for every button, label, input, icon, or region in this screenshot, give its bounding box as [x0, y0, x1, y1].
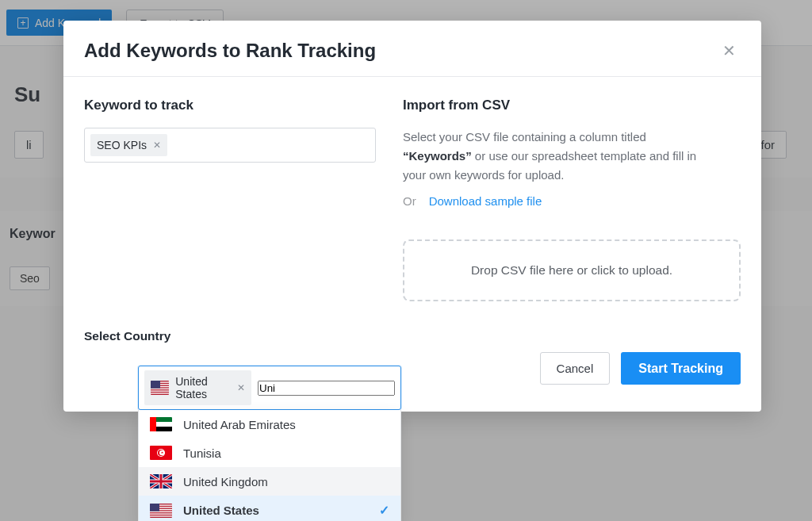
country-option-us[interactable]: United States ✓ [139, 496, 400, 521]
keyword-chip: SEO KPIs ✕ [90, 134, 167, 156]
us-flag-icon [150, 504, 172, 518]
checkmark-icon: ✓ [379, 503, 389, 518]
csv-description: Select your CSV file containing a column… [403, 128, 704, 185]
modal-right-column: Import from CSV Select your CSV file con… [396, 98, 761, 388]
add-keywords-modal: Add Keywords to Rank Tracking ✕ Keyword … [63, 21, 761, 412]
svg-rect-4 [151, 389, 169, 389]
country-option-label: United States [183, 504, 259, 517]
svg-rect-6 [151, 393, 169, 393]
country-option-label: United Arab Emirates [183, 418, 296, 431]
modal-footer: Cancel Start Tracking [403, 352, 741, 385]
svg-rect-27 [150, 513, 172, 514]
country-field-label: Select Country [84, 329, 376, 343]
keyword-field-label: Keyword to track [84, 98, 376, 113]
country-chip-text: United States [175, 375, 231, 400]
country-combobox: United States ✕ United Arab Emirates [138, 366, 401, 521]
remove-country-icon[interactable]: ✕ [237, 382, 245, 393]
csv-text-leading: Select your CSV file containing a column… [403, 130, 646, 144]
or-label: Or [403, 194, 416, 208]
country-dropdown-menu: United Arab Emirates Tunisia [138, 410, 401, 521]
modal-header: Add Keywords to Rank Tracking ✕ [63, 21, 761, 77]
svg-rect-21 [150, 481, 172, 483]
csv-text-bold: “Keywords” [403, 149, 472, 163]
modal-title: Add Keywords to Rank Tracking [84, 40, 376, 62]
tunisia-flag-icon [150, 446, 172, 460]
country-option-label: Tunisia [183, 446, 221, 460]
country-option-label: United Kingdom [183, 475, 268, 488]
svg-rect-28 [150, 515, 172, 516]
svg-rect-26 [150, 511, 172, 511]
uk-flag-icon [150, 474, 172, 488]
remove-chip-icon[interactable]: ✕ [153, 140, 161, 151]
svg-rect-11 [150, 417, 156, 431]
country-input[interactable]: United States ✕ [138, 366, 401, 410]
chip-text: SEO KPIs [97, 139, 147, 151]
download-sample-link[interactable]: Download sample file [429, 194, 542, 208]
svg-rect-5 [151, 390, 169, 391]
us-flag-icon [151, 381, 169, 395]
csv-dropzone[interactable]: Drop CSV file here or click to upload. [403, 239, 741, 301]
country-option-uae[interactable]: United Arab Emirates [139, 410, 400, 439]
svg-rect-29 [150, 504, 159, 511]
uae-flag-icon [150, 417, 172, 431]
keyword-tag-input[interactable]: SEO KPIs ✕ [84, 128, 376, 163]
svg-rect-7 [151, 381, 160, 389]
close-icon[interactable]: ✕ [722, 43, 736, 59]
csv-title: Import from CSV [403, 98, 741, 113]
csv-or-row: Or Download sample file [403, 194, 741, 208]
cancel-button[interactable]: Cancel [540, 352, 611, 385]
modal-body: Keyword to track SEO KPIs ✕ Select Count… [63, 77, 761, 412]
country-chip: United States ✕ [144, 370, 251, 405]
country-search-input[interactable] [258, 381, 395, 396]
country-option-uk[interactable]: United Kingdom [139, 467, 400, 496]
country-option-tunisia[interactable]: Tunisia [139, 439, 400, 467]
start-tracking-button[interactable]: Start Tracking [621, 352, 741, 385]
modal-left-column: Keyword to track SEO KPIs ✕ Select Count… [63, 98, 396, 388]
